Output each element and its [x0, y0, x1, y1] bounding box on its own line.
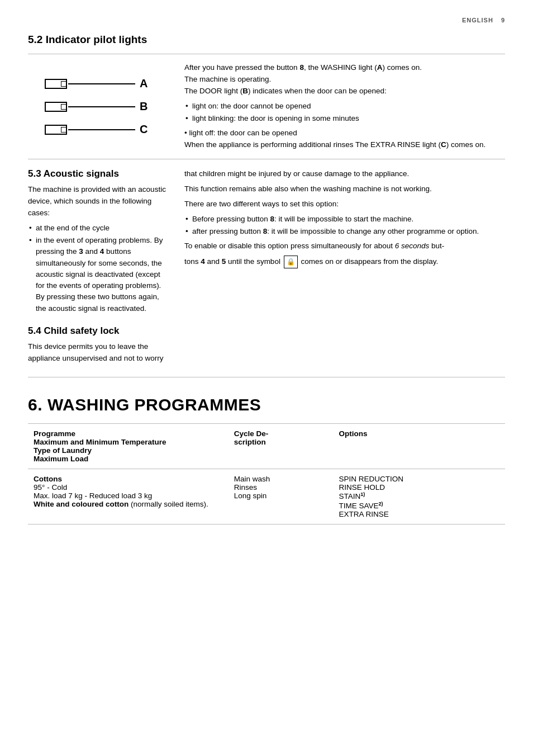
table-row: Cottons 95° - Cold Max. load 7 kg - Redu…	[28, 469, 505, 524]
programme-name: Cottons	[34, 475, 62, 483]
section-52-title: 5.2 Indicator pilot lights	[28, 34, 505, 46]
option-rinse-hold: RINSE HOLD	[339, 483, 386, 492]
indicator-line-b	[68, 106, 135, 107]
section-52-desc: After you have pressed the button 8, the…	[179, 62, 505, 151]
col-cycle-label: Cycle De-scription	[234, 429, 269, 446]
table-cell-cycle: Main wash Rinses Long spin	[229, 469, 334, 524]
section-53-num: 5.3	[28, 168, 41, 179]
section-54-text: This device permits you to leave the app…	[28, 341, 169, 365]
indicator-box-b	[45, 102, 67, 112]
section-52-desc-4: • light off: the door can be openedWhen …	[184, 127, 505, 151]
programme-load: Max. load 7 kg - Reduced load 3 kg	[34, 492, 152, 500]
section-53-right-2: This function remains able also when the…	[184, 183, 505, 195]
section-6-title: 6. WASHING PROGRAMMES	[28, 395, 505, 414]
section-54-num: 5.4	[28, 325, 41, 336]
page-header: ENGLISH 9	[28, 17, 505, 23]
section-52-bullet-list: light on: the door cannot be opened ligh…	[184, 101, 505, 125]
section-53-right-3: There are two different ways to set this…	[184, 199, 505, 210]
section-52: 5.2 Indicator pilot lights A B	[28, 34, 505, 159]
section-6: 6. WASHING PROGRAMMES Programme Maximum …	[28, 395, 505, 525]
cycle-long-spin: Long spin	[234, 492, 267, 500]
section-53-title: 5.3 Acoustic signals	[28, 168, 169, 179]
cycle-main-wash: Main wash	[234, 475, 270, 483]
col-programme-line1: Programme	[34, 429, 223, 438]
section-52-num: 5.2	[28, 34, 42, 45]
indicator-box-c	[45, 125, 67, 135]
programmes-table: Programme Maximum and Minimum Temperatur…	[28, 423, 505, 525]
cycle-rinses: Rinses	[234, 483, 257, 492]
section-53-54: 5.3 Acoustic signals The machine is prov…	[28, 159, 505, 377]
section-53-right-5: tons 4 and 5 until the symbol 🔒 comes on…	[184, 256, 505, 268]
indicator-row-a: A	[45, 77, 147, 90]
section-6-num: 6.	[28, 395, 42, 414]
indicator-label-a: A	[140, 77, 147, 90]
lock-icon: 🔒	[284, 256, 298, 268]
col-programme-line4: Maximum Load	[34, 455, 223, 463]
table-header-row: Programme Maximum and Minimum Temperatur…	[28, 423, 505, 469]
indicator-row-c: C	[45, 123, 147, 136]
section-53-54-left: 5.3 Acoustic signals The machine is prov…	[28, 168, 179, 368]
option-time-save: TIME SAVE2)	[339, 502, 383, 510]
section-52-desc-2: The machine is operating.	[184, 74, 505, 86]
table-cell-programme: Cottons 95° - Cold Max. load 7 kg - Redu…	[28, 469, 229, 524]
section-53-right-1: that children might be injured by or cau…	[184, 168, 505, 180]
indicator-line-c	[68, 129, 135, 130]
section-52-desc-1: After you have pressed the button 8, the…	[184, 62, 505, 74]
programme-temp: 95° - Cold	[34, 483, 67, 492]
section-54-text: Child safety lock	[44, 325, 119, 336]
section-53-right-4: To enable or disable this option press s…	[184, 240, 505, 252]
section-53-right-bullet-1: Before pressing button 8: it will be imp…	[184, 214, 505, 225]
section-52-content: A B C After you have pressed the butto	[28, 54, 505, 159]
indicator-label-b: B	[140, 100, 147, 113]
table-cell-options: SPIN REDUCTION RINSE HOLD STAIN1) TIME S…	[334, 469, 505, 524]
option-timesave-superscript: 2)	[379, 500, 383, 506]
option-stain-superscript: 1)	[360, 492, 365, 497]
section-53-intro: The machine is provided with an acoustic…	[28, 184, 169, 219]
col-header-programme: Programme Maximum and Minimum Temperatur…	[28, 423, 229, 469]
option-spin-reduction: SPIN REDUCTION	[339, 475, 404, 483]
indicator-box-a	[45, 79, 67, 89]
col-header-options: Options	[334, 423, 505, 469]
section-53-text: Acoustic signals	[44, 168, 119, 179]
section-53-bullet-1: at the end of the cycle	[28, 223, 169, 234]
section-52-desc-3: The DOOR light (B) indicates when the do…	[184, 86, 505, 97]
section-52-diagram: A B C	[28, 62, 179, 151]
section-53-right-bullet-2: after pressing button 8: it will be impo…	[184, 226, 505, 237]
section-53-54-right: that children might be injured by or cau…	[179, 168, 505, 368]
page: ENGLISH 9 5.2 Indicator pilot lights A	[0, 0, 533, 756]
col-programme-line3: Type of Laundry	[34, 446, 223, 455]
section-52-bullet-1: light on: the door cannot be opened	[184, 101, 505, 112]
section-53-bullet-2: in the event of operating problems. By p…	[28, 235, 169, 314]
section-52-text: Indicator pilot lights	[46, 34, 147, 45]
page-language: ENGLISH	[462, 17, 493, 23]
col-programme-line2: Maximum and Minimum Temperature	[34, 438, 223, 446]
col-options-label: Options	[339, 429, 368, 438]
section-53-right-bullets: Before pressing button 8: it will be imp…	[184, 214, 505, 238]
option-stain: STAIN1)	[339, 492, 365, 500]
programme-fabric-bold: White and coloured cotton	[34, 500, 129, 508]
indicator-line-a	[68, 83, 135, 84]
indicator-diagram: A B C	[28, 67, 153, 146]
section-52-bullet-2: light blinking: the door is opening in s…	[184, 113, 505, 124]
col-header-cycle: Cycle De-scription	[229, 423, 334, 469]
option-extra-rinse: EXTRA RINSE	[339, 510, 389, 518]
indicator-label-c: C	[140, 123, 147, 136]
section-53-bullets: at the end of the cycle in the event of …	[28, 223, 169, 314]
section-54-title: 5.4 Child safety lock	[28, 325, 169, 337]
section-6-text: WASHING PROGRAMMES	[47, 395, 261, 414]
programme-fabric-detail: (normally soiled items).	[131, 500, 208, 508]
indicator-row-b: B	[45, 100, 147, 113]
page-number: 9	[501, 17, 505, 23]
